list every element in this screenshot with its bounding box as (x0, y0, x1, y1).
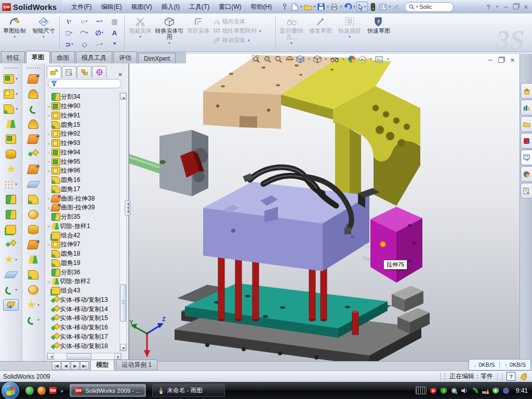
parting-surface-icon[interactable] (28, 267, 38, 282)
sync-blocked-icon[interactable] (502, 387, 510, 394)
security-shield-icon[interactable] (440, 387, 447, 394)
taskbar-button-paint[interactable]: 未命名 - 画图 (152, 384, 225, 397)
tree-item[interactable]: ▹曲面-拉伸39 (47, 203, 118, 212)
appearances-tab[interactable] (521, 166, 532, 182)
scroll-down-button[interactable] (120, 344, 126, 351)
search-box[interactable]: ▾ Solic (405, 2, 454, 12)
quick-tips-button[interactable]: ? (507, 372, 515, 381)
scroll-up-button[interactable] (120, 93, 126, 100)
dimxpert-manager-tab[interactable] (92, 66, 107, 78)
rapid-sketch-button[interactable]: 快速草图 (364, 15, 393, 51)
view-orientation-icon[interactable] (296, 55, 305, 63)
sketch-button[interactable]: 草图绘制 ▾ (0, 15, 29, 51)
tag-icon[interactable] (520, 373, 528, 380)
freeform-feature-icon[interactable] (29, 101, 38, 116)
network-warning-icon[interactable] (482, 387, 489, 394)
extruded-boss-icon[interactable]: ▾ (4, 71, 18, 86)
resources-home-tab[interactable] (521, 83, 532, 99)
hide-show-items-icon[interactable] (330, 56, 339, 63)
tree-item[interactable]: 分割35 (47, 212, 118, 222)
quick-launch-overflow-icon[interactable]: » (60, 388, 63, 394)
menu-insert[interactable]: 插入(I) (157, 1, 184, 13)
menu-window[interactable]: 窗口(W) (215, 1, 245, 13)
tree-item[interactable]: 组合42 (47, 231, 118, 240)
tree-item[interactable]: 分割34 (47, 92, 118, 102)
mirror-entities-button[interactable]: 镜向实体 (213, 18, 274, 25)
messenger-icon[interactable] (25, 387, 34, 395)
surface-fillet-icon[interactable] (28, 192, 38, 207)
property-manager-tab[interactable] (62, 66, 76, 78)
magnifier-icon[interactable] (274, 55, 283, 63)
tree-item[interactable]: 圆角19 (47, 259, 118, 268)
tree-item[interactable]: ▹切除-放样1 (47, 222, 118, 231)
update-gear-icon[interactable] (450, 387, 458, 394)
start-button[interactable] (2, 382, 19, 399)
feature-tree-tab[interactable] (47, 66, 61, 78)
wrap-feature-icon[interactable] (6, 162, 16, 177)
doc-minimize-button[interactable]: − (488, 56, 493, 64)
tree-item[interactable]: ▹拉伸92 (47, 129, 118, 139)
fillet-feature-icon[interactable]: ▾ (4, 101, 18, 116)
menu-tools[interactable]: 工具(T) (185, 1, 214, 13)
move-entities-button[interactable]: 移动实体▾ (213, 36, 274, 44)
menu-help[interactable]: 帮助(H) (247, 1, 276, 13)
sketch-text-tool[interactable]: A (112, 29, 117, 37)
new-dropdown-icon[interactable]: ▾ (300, 5, 302, 9)
print-icon[interactable] (330, 2, 339, 11)
offset-entities-button[interactable]: 等距实体 (184, 15, 213, 51)
open-folder-icon[interactable] (303, 2, 313, 11)
keyboard-layout-icon[interactable] (416, 387, 427, 394)
save-dropdown-icon[interactable]: ▾ (327, 5, 329, 9)
prev-tab-button[interactable]: ◀ (61, 362, 70, 370)
tree-item[interactable]: 实体-移动/复制16 (47, 323, 118, 332)
scroll-thumb[interactable] (120, 284, 126, 322)
traffic-light-icon[interactable] (368, 2, 378, 11)
last-tab-button[interactable]: ▶| (80, 362, 89, 370)
tree-item[interactable]: ▹拉伸90 (47, 102, 118, 111)
toolbox-tab[interactable] (521, 133, 532, 149)
indent-feature-icon[interactable] (28, 131, 38, 147)
search-input[interactable]: Solic (419, 4, 432, 10)
display-delete-relations-button[interactable]: 显示/删除几... ▾ (277, 15, 306, 51)
reference-point-icon[interactable]: ▾ (4, 252, 18, 267)
select-tool-button[interactable]: ▾ (356, 2, 368, 12)
mold-point-icon[interactable]: ▾ (26, 297, 40, 312)
tree-item[interactable]: ▹拉伸95 (47, 157, 118, 166)
smart-dimension-button[interactable]: 智能尺寸 ▾ (29, 15, 58, 51)
flex-feature-icon[interactable] (28, 71, 38, 86)
shut-off-surface-icon[interactable] (28, 207, 38, 222)
curve-tool-icon[interactable]: ▾ (4, 282, 18, 297)
circle-tool[interactable]: ○▾ (81, 18, 88, 25)
cavity-feature-icon[interactable] (28, 237, 38, 252)
model-tab[interactable]: 模型 (90, 360, 114, 370)
configuration-manager-tab[interactable] (77, 66, 91, 78)
trim-entities-button[interactable]: 剪裁实体 ▾ (126, 15, 155, 51)
media-player-icon[interactable] (37, 387, 46, 395)
tree-item[interactable]: 圆角15 (47, 120, 118, 129)
next-tab-button[interactable]: ▶ (71, 362, 79, 370)
arc-tool[interactable]: ◠▾ (81, 29, 89, 37)
view-palette-tab[interactable] (521, 150, 532, 165)
point-tool[interactable]: * (113, 41, 116, 48)
tab-mold-tools[interactable]: 模具工具 (76, 51, 112, 63)
tree-horizontal-scrollbar[interactable] (47, 353, 122, 360)
smart-dimension-dropdown-icon[interactable]: ▾ (43, 34, 45, 40)
tree-item[interactable]: 圆角16 (47, 176, 118, 185)
options-dropdown-icon[interactable]: ▾ (389, 5, 391, 9)
tab-evaluate[interactable]: 评估 (113, 51, 137, 63)
new-document-icon[interactable] (290, 2, 299, 11)
undo-dropdown-icon[interactable]: ▾ (353, 5, 355, 9)
convert-entities-button[interactable]: 转换实体引用 ▾ (155, 15, 184, 51)
health-shield-icon[interactable] (492, 387, 499, 394)
tree-item[interactable]: ▹拉伸94 (47, 148, 118, 157)
tree-item[interactable]: ▹拉伸91 (47, 111, 118, 121)
print-dropdown-icon[interactable]: ▾ (340, 5, 342, 9)
pin-icon[interactable] (280, 2, 289, 11)
panel-splitter-handle[interactable] (125, 200, 130, 216)
tree-filter-box[interactable] (48, 79, 122, 88)
combine-bodies-icon[interactable] (6, 222, 16, 237)
tab-sketch[interactable]: 草图 (26, 51, 50, 63)
help-dropdown-icon[interactable]: ▾ (496, 5, 498, 9)
graphics-viewport[interactable]: Y Z X ▾ ▾ ▾ ▾ ▾ − × 拉伸75 (129, 54, 532, 361)
3d-assembly-model[interactable]: Y Z X (129, 54, 532, 361)
